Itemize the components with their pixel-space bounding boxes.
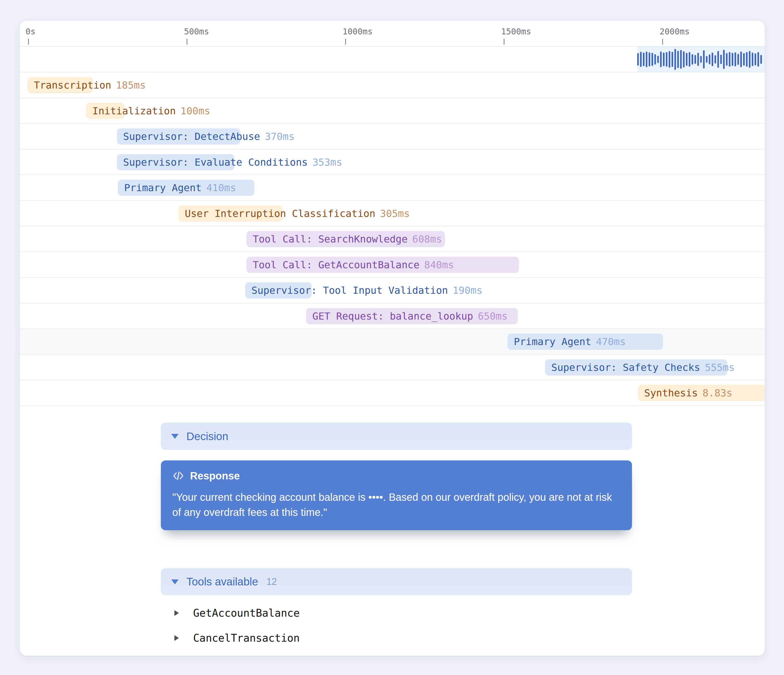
span-row: Transcription185ms xyxy=(20,72,765,98)
ruler-tick xyxy=(662,39,663,45)
span-row: Tool Call: SearchKnowledge608ms xyxy=(20,226,765,252)
span-bar[interactable]: Synthesis8.83s xyxy=(638,385,765,401)
waveform-bar xyxy=(760,55,762,64)
span-bar[interactable]: Supervisor: Tool Input Validation190ms xyxy=(245,282,311,298)
span-row: Initialization100ms xyxy=(20,98,765,124)
span-bar[interactable]: Tool Call: GetAccountBalance840ms xyxy=(246,257,519,273)
waveform-bar xyxy=(709,55,710,64)
waveform-bar xyxy=(717,51,719,68)
waveform-bar xyxy=(700,56,702,63)
page: { "ruler": { "unit_labels": ["0s", "500m… xyxy=(0,0,784,675)
span-bar[interactable]: Transcription185ms xyxy=(28,77,93,93)
span-bar[interactable]: Supervisor: Safety Checks555ms xyxy=(545,359,727,376)
waveform-bar xyxy=(737,54,739,65)
waveform-bar xyxy=(649,52,650,66)
decision-accordion[interactable]: Decision xyxy=(161,422,632,450)
span-duration: 470ms xyxy=(596,336,625,348)
span-row: Synthesis8.83s xyxy=(20,380,765,406)
span-duration: 840ms xyxy=(424,259,454,271)
span-bar[interactable]: Primary Agent470ms xyxy=(507,334,663,350)
span-rows: Transcription185msInitialization100msSup… xyxy=(20,72,765,406)
ruler-label: 2000ms xyxy=(660,27,690,36)
waveform-bar xyxy=(703,50,705,69)
span-label: Initialization xyxy=(92,105,176,117)
span-label: Primary Agent xyxy=(514,336,591,348)
tools-label: Tools available xyxy=(187,575,258,588)
span-label: Transcription xyxy=(34,80,111,91)
waveform-bar xyxy=(686,53,688,66)
waveform-bar xyxy=(637,53,639,65)
ruler-label: 0s xyxy=(25,27,36,36)
waveform-bar xyxy=(666,52,667,67)
waveform-bar xyxy=(680,50,682,69)
waveform-bar xyxy=(657,56,659,63)
decision-label: Decision xyxy=(187,430,228,443)
response-title: Response xyxy=(190,470,240,482)
tools-count: 12 xyxy=(266,576,277,587)
trace-panel: 0s500ms1000ms1500ms2000ms Transcription1… xyxy=(20,21,765,656)
waveform-bar xyxy=(697,53,699,66)
span-duration: 185ms xyxy=(116,80,146,91)
audio-waveform[interactable] xyxy=(637,47,765,72)
tool-list-item[interactable]: GetAccountBalance xyxy=(174,600,539,625)
span-bar[interactable]: Supervisor: DetectAbuse370ms xyxy=(117,128,240,145)
span-duration: 190ms xyxy=(453,285,482,296)
tool-list: GetAccountBalanceCancelTransaction xyxy=(174,600,539,650)
chevron-down-icon xyxy=(171,434,179,439)
chevron-right-icon xyxy=(174,635,179,641)
waveform-bar xyxy=(726,53,728,65)
chevron-right-icon xyxy=(174,610,179,616)
span-row: Supervisor: Evaluate Conditions353ms xyxy=(20,150,765,175)
chevron-down-icon xyxy=(171,580,179,585)
waveform-bar xyxy=(752,53,753,66)
span-bar[interactable]: Initialization100ms xyxy=(86,103,124,119)
span-row: Primary Agent410ms xyxy=(20,175,765,201)
waveform-bar xyxy=(677,51,679,68)
span-bar[interactable]: Primary Agent410ms xyxy=(118,180,254,196)
waveform-bar xyxy=(720,55,722,64)
waveform-bar xyxy=(663,53,664,66)
waveform-bar xyxy=(714,55,716,64)
waveform-bar xyxy=(643,53,644,66)
response-text: "Your current checking account balance i… xyxy=(172,489,619,520)
span-label: Supervisor: Tool Input Validation xyxy=(252,285,448,296)
waveform-bar xyxy=(694,55,696,64)
span-label: Tool Call: SearchKnowledge xyxy=(253,233,408,245)
span-bar[interactable]: Tool Call: SearchKnowledge608ms xyxy=(246,231,445,247)
span-bar[interactable]: Supervisor: Evaluate Conditions353ms xyxy=(117,154,234,170)
ruler-label: 1500ms xyxy=(501,27,531,36)
span-duration: 370ms xyxy=(265,131,294,142)
waveform-bar xyxy=(646,51,647,67)
waveform-bar xyxy=(754,53,756,65)
span-row: Supervisor: DetectAbuse370ms xyxy=(20,124,765,150)
tools-accordion[interactable]: Tools available 12 xyxy=(161,568,632,595)
span-bar[interactable]: User Interruption Classification305ms xyxy=(179,206,282,221)
waveform-bar xyxy=(743,53,745,65)
ruler-label: 1000ms xyxy=(342,27,373,36)
response-header: Response xyxy=(172,470,619,482)
span-duration: 8.83s xyxy=(703,387,732,399)
span-duration: 410ms xyxy=(206,182,236,193)
span-bar[interactable]: GET Request: balance_lookup650ms xyxy=(306,308,518,324)
span-duration: 650ms xyxy=(478,310,507,322)
timeline-ruler: 0s500ms1000ms1500ms2000ms xyxy=(20,21,765,47)
span-duration: 608ms xyxy=(412,233,442,245)
waveform-bar xyxy=(674,49,676,70)
response-card: Response "Your current checking account … xyxy=(161,460,632,530)
span-duration: 353ms xyxy=(312,156,342,168)
waveform-bar xyxy=(692,54,693,65)
span-label: Primary Agent xyxy=(124,182,201,193)
ruler-tick xyxy=(504,39,504,45)
span-label: Supervisor: DetectAbuse xyxy=(123,131,260,142)
span-label: GET Request: balance_lookup xyxy=(312,310,473,322)
waveform-bar xyxy=(740,51,742,67)
waveform-row xyxy=(20,47,765,72)
span-row: Supervisor: Safety Checks555ms xyxy=(20,355,765,380)
waveform-bar xyxy=(732,53,733,66)
ruler-label: 500ms xyxy=(184,27,209,36)
span-duration: 555ms xyxy=(705,362,734,373)
tool-list-item[interactable]: CancelTransaction xyxy=(174,625,539,650)
tool-name: CancelTransaction xyxy=(193,632,300,644)
waveform-bar xyxy=(712,53,713,66)
waveform-bar xyxy=(758,52,759,67)
